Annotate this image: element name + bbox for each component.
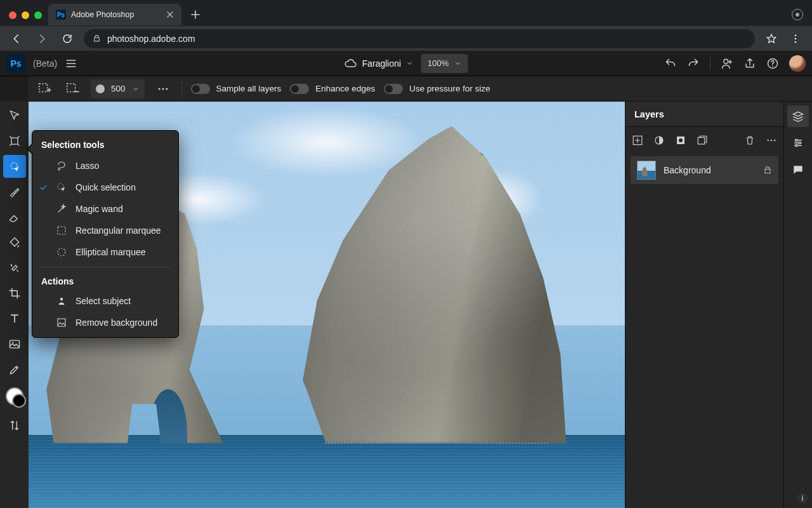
selection-tools-flyout: Selection tools Lasso Quick selection Ma… xyxy=(32,130,179,338)
invite-button[interactable] xyxy=(721,57,733,70)
more-options-button[interactable] xyxy=(154,79,173,98)
svg-point-28 xyxy=(60,298,63,301)
eraser-tool[interactable] xyxy=(3,206,26,229)
svg-point-1 xyxy=(795,37,797,39)
layers-toolbar xyxy=(625,127,783,154)
address-bar[interactable]: photoshop.adobe.com xyxy=(84,29,755,48)
layer-name: Background xyxy=(664,165,711,175)
svg-point-19 xyxy=(768,140,769,141)
color-swatch[interactable] xyxy=(6,387,23,405)
selection-add-icon[interactable] xyxy=(35,79,54,98)
fill-tool[interactable] xyxy=(3,231,26,254)
flyout-action-select-subject[interactable]: Select subject xyxy=(32,290,178,312)
magic-wand-icon xyxy=(55,203,68,215)
move-tool[interactable] xyxy=(3,104,26,127)
flyout-item-label: Lasso xyxy=(75,161,99,171)
zoom-value: 100% xyxy=(428,58,449,68)
profile-indicator[interactable] xyxy=(792,9,812,25)
type-tool[interactable] xyxy=(3,307,26,330)
browser-chrome: Ps Adobe Photoshop photoshop.adobe.com xyxy=(0,0,812,51)
divider xyxy=(181,81,182,97)
info-button[interactable]: i xyxy=(797,493,808,504)
lock-icon[interactable] xyxy=(763,166,772,175)
group-button[interactable] xyxy=(697,135,708,146)
select-subject-icon xyxy=(55,295,68,307)
toggle-enhance-edges[interactable]: Enhance edges xyxy=(290,84,375,94)
flyout-item-ellipse-marquee[interactable]: Elliptical marquee xyxy=(32,241,178,263)
app-topbar: Ps (Beta) Faraglioni 100% xyxy=(0,51,812,76)
eyedropper-tool[interactable] xyxy=(3,358,26,381)
place-image-tool[interactable] xyxy=(3,333,26,356)
favicon-ps-icon: Ps xyxy=(56,10,66,20)
brush-size-value: 500 xyxy=(111,84,126,93)
nav-reload-button[interactable] xyxy=(58,30,76,48)
lasso-icon xyxy=(55,160,68,171)
tab-title: Adobe Photoshop xyxy=(71,10,134,19)
window-traffic-lights[interactable] xyxy=(5,11,48,25)
svg-point-24 xyxy=(796,145,797,147)
layer-row[interactable]: Background xyxy=(631,156,778,184)
crop-tool[interactable] xyxy=(3,282,26,305)
adjustment-layer-button[interactable] xyxy=(653,135,665,146)
redo-button[interactable] xyxy=(687,57,700,70)
mask-button[interactable] xyxy=(675,135,686,146)
selection-tool[interactable] xyxy=(3,155,26,178)
flyout-item-rect-marquee[interactable]: Rectangular marquee xyxy=(32,220,178,241)
toggle-sample-all-layers[interactable]: Sample all layers xyxy=(191,84,282,94)
brush-tool[interactable] xyxy=(3,180,26,203)
undo-button[interactable] xyxy=(664,57,677,70)
transform-tool[interactable] xyxy=(3,130,26,152)
nav-back-button[interactable] xyxy=(8,30,25,48)
svg-point-8 xyxy=(158,88,160,90)
browser-tab[interactable]: Ps Adobe Photoshop xyxy=(48,4,181,25)
document-title-button[interactable]: Faraglioni xyxy=(344,57,414,70)
tab-close-icon[interactable] xyxy=(166,11,174,18)
toggle-use-pressure[interactable]: Use pressure for size xyxy=(384,84,490,94)
share-button[interactable] xyxy=(743,57,756,70)
bookmark-star-icon[interactable] xyxy=(763,30,780,48)
panel-title: Layers xyxy=(625,102,783,127)
swap-colors-button[interactable] xyxy=(3,414,26,437)
adjustments-panel-button[interactable] xyxy=(787,132,809,154)
lock-icon xyxy=(93,34,101,43)
flyout-item-quick-selection[interactable]: Quick selection xyxy=(32,177,178,198)
svg-point-20 xyxy=(771,140,772,141)
image-sea xyxy=(29,435,625,508)
nav-forward-button[interactable] xyxy=(33,30,51,48)
main-menu-button[interactable] xyxy=(65,57,77,70)
new-tab-button[interactable] xyxy=(187,6,204,23)
app-logo-icon[interactable]: Ps xyxy=(6,54,25,73)
chevron-down-icon xyxy=(132,85,140,93)
svg-rect-6 xyxy=(39,83,48,91)
window-zoom-icon[interactable] xyxy=(34,11,42,19)
check-icon xyxy=(39,184,48,192)
properties-panel-button[interactable] xyxy=(787,105,809,127)
svg-rect-18 xyxy=(698,138,705,145)
brush-size-dropdown[interactable]: 500 xyxy=(91,79,145,98)
heal-tool[interactable] xyxy=(3,257,26,279)
svg-point-5 xyxy=(772,65,773,67)
toggle-label: Enhance edges xyxy=(315,84,375,93)
add-layer-button[interactable] xyxy=(632,135,643,146)
panel-menu-button[interactable] xyxy=(766,135,777,146)
help-button[interactable] xyxy=(766,57,779,70)
address-bar-row: photoshop.adobe.com xyxy=(0,25,812,51)
window-close-icon[interactable] xyxy=(9,11,16,19)
browser-menu-button[interactable] xyxy=(787,30,804,48)
selection-subtract-icon[interactable] xyxy=(63,79,82,98)
flyout-item-label: Remove background xyxy=(75,318,157,328)
comments-panel-button[interactable] xyxy=(787,159,809,180)
remove-background-icon xyxy=(55,317,68,328)
user-avatar[interactable] xyxy=(789,55,806,72)
toggle-label: Use pressure for size xyxy=(409,84,490,93)
delete-layer-button[interactable] xyxy=(744,135,756,146)
flyout-item-magic-wand[interactable]: Magic wand xyxy=(32,198,178,220)
window-minimize-icon[interactable] xyxy=(22,11,29,19)
zoom-dropdown[interactable]: 100% xyxy=(421,54,468,73)
flyout-action-remove-background[interactable]: Remove background xyxy=(32,312,178,333)
cloud-icon xyxy=(344,57,357,70)
tool-rail xyxy=(0,102,29,508)
svg-rect-7 xyxy=(67,83,75,91)
svg-point-22 xyxy=(796,139,797,141)
flyout-item-lasso[interactable]: Lasso xyxy=(32,155,178,177)
